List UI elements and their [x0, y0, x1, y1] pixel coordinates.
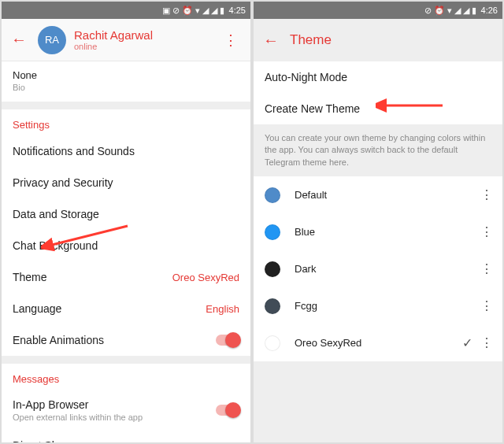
alarm-icon: ⏰ [182, 6, 193, 16]
theme-menu-icon[interactable]: ⋮ [477, 184, 496, 205]
overflow-menu-icon[interactable]: ⋮ [220, 28, 241, 52]
wifi-icon: ▾ [195, 6, 200, 16]
battery-icon: ▮ [220, 6, 224, 16]
toggle-animations[interactable] [216, 335, 239, 346]
theme-menu-icon[interactable]: ⋮ [477, 258, 496, 279]
theme-swatch [265, 224, 280, 240]
section-messages-title: Messages [2, 364, 250, 390]
theme-swatch [265, 298, 280, 314]
check-icon: ✓ [462, 335, 472, 350]
theme-value: Oreo SexyRed [172, 272, 239, 283]
theme-swatch [265, 335, 280, 351]
notification-icon: ▣ [162, 6, 170, 16]
phone-left: ▣ ⊘ ⏰ ▾ ◢ ◢ ▮ 4:25 ← RA Rachit Agarwal o… [2, 2, 250, 442]
language-value: English [206, 303, 239, 315]
theme-menu-icon[interactable]: ⋮ [477, 221, 496, 242]
row-inapp-browser[interactable]: In-App Browser Open external links withi… [2, 390, 250, 431]
dnd-icon: ⊘ [172, 6, 180, 16]
row-chat-background[interactable]: Chat Background [2, 230, 250, 261]
theme-description: You can create your own theme by changin… [254, 124, 502, 176]
section-settings-title: Settings [2, 109, 250, 135]
row-create-theme[interactable]: Create New Theme [254, 93, 502, 124]
theme-row[interactable]: Oreo SexyRed✓⋮ [254, 324, 502, 361]
theme-name: Blue [295, 226, 477, 238]
bio-value: None [13, 69, 239, 81]
row-privacy[interactable]: Privacy and Security [2, 167, 250, 198]
profile-name: Rachit Agarwal [74, 28, 153, 42]
signal-icon-2: ◢ [463, 6, 469, 16]
bio-label: Bio [13, 83, 239, 92]
battery-icon: ▮ [472, 6, 476, 16]
settings-content: None Bio Settings Notifications and Soun… [2, 61, 250, 442]
theme-row[interactable]: Dark⋮ [254, 250, 502, 287]
wifi-icon: ▾ [447, 6, 452, 16]
theme-name: Oreo SexyRed [295, 337, 462, 349]
theme-row[interactable]: Blue⋮ [254, 213, 502, 250]
signal-icon: ◢ [454, 6, 461, 16]
theme-swatch [265, 187, 280, 203]
back-arrow-icon[interactable]: ← [263, 31, 279, 50]
clock: 4:26 [481, 6, 498, 15]
status-bar: ⊘ ⏰ ▾ ◢ ◢ ▮ 4:26 [254, 2, 502, 19]
row-theme[interactable]: Theme Oreo SexyRed [2, 261, 250, 293]
phone-right: ⊘ ⏰ ▾ ◢ ◢ ▮ 4:26 ← Theme Auto-Night Mode… [254, 2, 502, 442]
theme-name: Default [295, 189, 477, 201]
dnd-icon: ⊘ [424, 6, 432, 16]
row-enable-animations[interactable]: Enable Animations [2, 324, 250, 356]
row-direct-share[interactable]: Direct Share Show recent chats in share … [2, 431, 250, 442]
clock: 4:25 [229, 6, 246, 15]
theme-name: Dark [295, 263, 477, 275]
row-data-storage[interactable]: Data and Storage [2, 198, 250, 230]
theme-swatch [265, 261, 280, 277]
row-auto-night[interactable]: Auto-Night Mode [254, 61, 502, 93]
header: ← RA Rachit Agarwal online ⋮ [2, 19, 250, 61]
avatar[interactable]: RA [38, 26, 66, 54]
status-bar: ▣ ⊘ ⏰ ▾ ◢ ◢ ▮ 4:25 [2, 2, 250, 19]
alarm-icon: ⏰ [434, 6, 445, 16]
theme-menu-icon[interactable]: ⋮ [477, 332, 496, 353]
theme-menu-icon[interactable]: ⋮ [477, 295, 496, 316]
theme-name: Fcgg [295, 300, 477, 312]
profile-status: online [74, 42, 153, 51]
row-notifications[interactable]: Notifications and Sounds [2, 135, 250, 167]
theme-row[interactable]: Fcgg⋮ [254, 287, 502, 324]
theme-content: Auto-Night Mode Create New Theme You can… [254, 61, 502, 442]
signal-icon: ◢ [202, 6, 209, 16]
header: ← Theme [254, 19, 502, 61]
signal-icon-2: ◢ [211, 6, 217, 16]
row-language[interactable]: Language English [2, 293, 250, 324]
bio-section[interactable]: None Bio [2, 61, 250, 102]
toggle-inapp[interactable] [216, 405, 239, 416]
back-arrow-icon[interactable]: ← [11, 31, 27, 49]
theme-row[interactable]: Default⋮ [254, 176, 502, 213]
page-title: Theme [290, 32, 332, 48]
theme-list: Default⋮Blue⋮Dark⋮Fcgg⋮Oreo SexyRed✓⋮ [254, 176, 502, 361]
